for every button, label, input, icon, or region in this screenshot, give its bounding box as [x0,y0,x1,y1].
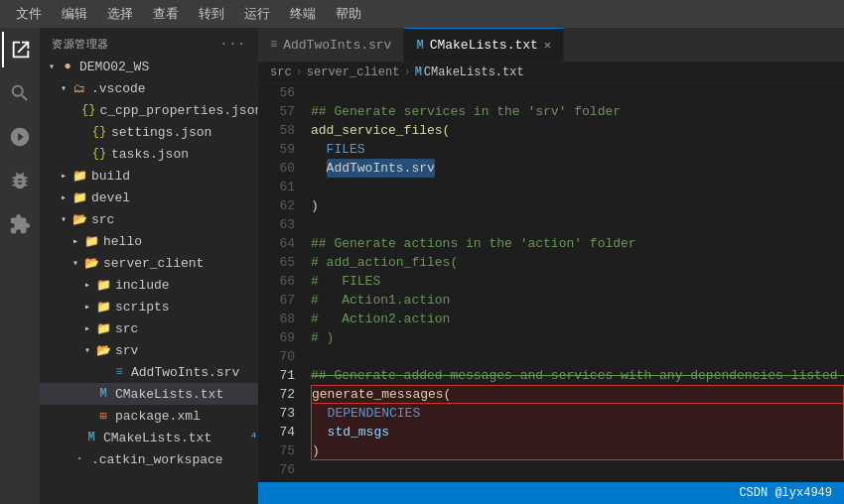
ln-70: 70 [258,347,295,366]
code-content[interactable]: ## Generate services in the 'srv' folder… [303,83,844,482]
ln-59: 59 [258,140,295,159]
tree-server-client[interactable]: ▾ 📂 server_client [40,252,258,274]
kw-72: DEPENDENCIES [328,404,421,423]
ati-icon: ≡ [111,364,127,380]
code-line-62: ) [311,196,844,215]
tree-vscode[interactable]: ▾ 🗂 .vscode [40,77,258,99]
code-line-75 [311,460,844,479]
sc-icon: 📂 [83,255,99,271]
tab-close-button[interactable]: ✕ [544,38,551,53]
tree-addtwoints-srv[interactable]: ▸ ≡ AddTwoInts.srv [40,361,258,383]
code-line-58: add_service_files( [311,121,844,140]
code-line-60: AddTwoInts.srv [311,159,844,178]
activity-search[interactable] [2,75,38,111]
ln-68: 68 [258,310,295,328]
settings-label: settings.json [111,125,258,140]
sel-60: AddTwoInts.srv [327,159,435,178]
build-label: build [91,169,258,184]
tree-c-cpp[interactable]: ▸ {} c_cpp_properties.json [40,99,258,121]
tree-hello[interactable]: ▸ 📁 hello [40,230,258,252]
tree-build[interactable]: ▸ 📁 build [40,165,258,187]
menu-edit[interactable]: 编辑 [54,3,95,25]
tree-cmakelists-root[interactable]: ▸ M CMakeLists.txt ⁴ [40,427,258,448]
ln-57: 57 [258,102,295,121]
tab-addtwoints[interactable]: ≡ AddTwoInts.srv [258,28,404,62]
breadcrumb-src[interactable]: src [270,65,292,79]
menu-select[interactable]: 选择 [99,3,141,25]
tree-scripts[interactable]: ▸ 📁 scripts [40,296,258,317]
tree-root[interactable]: ▾ ● DEMO02_WS [40,56,258,77]
scripts-arrow: ▸ [79,301,95,313]
ln-69: 69 [258,328,295,347]
status-text: CSDN @lyx4949 [739,486,832,500]
ln-60: 60 [258,159,295,178]
tab-bar: ≡ AddTwoInts.srv M CMakeLists.txt ✕ [258,28,844,63]
scripts-label: scripts [115,300,258,315]
cpp-label: c_cpp_properties.json [99,103,258,118]
func-58: add_service_files( [311,121,450,140]
breadcrumb-cmake-file[interactable]: MCMakeLists.txt [415,65,524,79]
breadcrumb-sep1: › [296,65,303,79]
tree-src-inner[interactable]: ▸ 📁 src [40,317,258,339]
menubar: 文件 编辑 选择 查看 转到 运行 终端 帮助 [0,0,844,28]
menu-help[interactable]: 帮助 [328,3,369,25]
code-line-71: generate_messages( [311,385,844,404]
vscode-arrow: ▾ [56,82,71,94]
code-editor[interactable]: 56 57 58 59 60 61 62 63 64 65 66 67 68 6… [258,83,844,482]
kw-59: FILES [327,140,365,159]
activity-explorer[interactable] [2,32,38,67]
tree-srv[interactable]: ▾ 📂 srv [40,339,258,361]
code-line-69: # ) [311,328,844,347]
comment-64: ## Generate actions in the 'action' fold… [311,234,636,253]
menu-terminal[interactable]: 终端 [282,3,324,25]
breadcrumb-server-client[interactable]: server_client [307,65,400,79]
src-icon: 📂 [71,211,87,227]
activity-debug[interactable] [2,163,38,198]
ln-72: 72 [258,385,295,404]
code-line-68: # Action2.action [311,310,844,328]
menu-goto[interactable]: 转到 [191,3,232,25]
build-arrow: ▸ [56,170,71,182]
srv-arrow: ▾ [79,344,95,356]
hello-arrow: ▸ [68,235,83,247]
indent-59 [311,140,327,159]
code-line-72: DEPENDENCIES [311,404,844,423]
indent-72 [312,404,328,423]
line-numbers: 56 57 58 59 60 61 62 63 64 65 66 67 68 6… [258,83,303,482]
paren-74: ) [312,441,320,460]
comment-71-pre: ## Generate added messages and services … [311,366,844,385]
tree-catkin[interactable]: ▸ · .catkin_workspace [40,448,258,470]
tab-cmakelists[interactable]: M CMakeLists.txt ✕ [404,28,564,62]
tree-devel[interactable]: ▸ 📁 devel [40,187,258,208]
code-line-73: std_msgs [311,423,844,441]
srv-icon: 📂 [95,342,111,358]
code-line-61 [311,178,844,196]
ln-58: 58 [258,121,295,140]
main-layout: 资源管理器 ··· ▾ ● DEMO02_WS ▾ 🗂 .vscode ▸ {}… [0,28,844,504]
status-bar: CSDN @lyx4949 [258,482,844,504]
ln-76: 76 [258,460,295,479]
tree-package-xml[interactable]: ▸ ⊞ package.xml [40,405,258,427]
tree-tasks[interactable]: ▸ {} tasks.json [40,143,258,165]
tree-settings[interactable]: ▸ {} settings.json [40,121,258,143]
indent-60 [311,159,327,178]
menu-view[interactable]: 查看 [145,3,187,25]
menu-run[interactable]: 运行 [236,3,278,25]
cmake-root-icon: M [83,430,99,445]
menu-file[interactable]: 文件 [8,3,50,25]
param-73: std_msgs [328,423,389,441]
src2-icon: 📁 [95,320,111,336]
activity-extensions[interactable] [2,206,38,242]
tree-src[interactable]: ▾ 📂 src [40,208,258,230]
activity-git[interactable] [2,119,38,155]
sidebar-more-button[interactable]: ··· [219,36,246,52]
sidebar-header: 资源管理器 ··· [40,28,258,56]
cmake-icon: M [95,386,111,402]
cpp-icon: {} [81,102,95,118]
settings-icon: {} [91,124,107,140]
tree-cmakelists-active[interactable]: ▸ M CMakeLists.txt [40,383,258,405]
ln-67: 67 [258,291,295,310]
tree-include[interactable]: ▸ 📁 include [40,274,258,296]
ln-65: 65 [258,253,295,272]
hello-label: hello [103,234,258,249]
